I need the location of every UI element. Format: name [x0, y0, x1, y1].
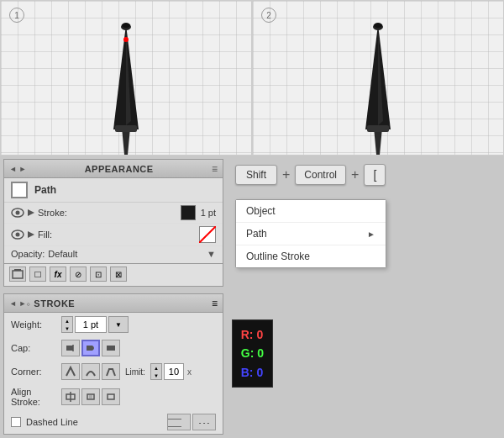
cap-square-btn[interactable]: [102, 340, 120, 356]
align-center-btn[interactable]: [61, 388, 80, 405]
svg-rect-9: [367, 125, 389, 132]
plus-2: +: [351, 167, 359, 182]
dash-preset-2[interactable]: - - -: [192, 414, 216, 430]
stroke-panel-title: STROKE: [34, 298, 75, 309]
stroke-corner-label: Corner:: [11, 367, 61, 377]
pen-1-container: [92, 20, 160, 155]
stroke-menu-icon[interactable]: ≡: [212, 298, 218, 309]
align-label: Align Stroke:: [11, 387, 61, 407]
rgb-r-row: R: 0: [241, 325, 264, 344]
stroke-label: Stroke:: [38, 208, 181, 218]
stroke-eye-icon[interactable]: [11, 208, 24, 218]
right-panel: Shift + Control + [ Object Path ► Outlin…: [227, 156, 504, 438]
appearance-delete-btn[interactable]: ⊡: [90, 266, 107, 282]
appearance-path-label: Path: [34, 184, 216, 196]
stroke-weight-row: Weight: ▲ ▼ ▼: [4, 313, 223, 336]
svg-rect-29: [89, 395, 92, 398]
limit-field[interactable]: [164, 363, 184, 380]
appearance-layer-btn[interactable]: [9, 266, 26, 282]
stroke-collapse-arrows[interactable]: ◄ ►: [9, 299, 26, 308]
cap-btn-group: [61, 340, 120, 356]
menu-item-outline[interactable]: Outline Stroke: [236, 245, 386, 267]
limit-spinner-down[interactable]: ▼: [151, 372, 161, 379]
limit-input: Limit: ▲ ▼ x: [125, 363, 192, 380]
appearance-move-btn[interactable]: ⊠: [110, 266, 127, 282]
appearance-fill-row: Fill:: [4, 224, 223, 246]
control-key[interactable]: Control: [295, 165, 346, 185]
corner-bevel-btn[interactable]: [102, 363, 120, 380]
svg-marker-14: [28, 209, 34, 216]
stroke-align-row: Align Stroke:: [4, 383, 223, 410]
opacity-value: Default: [48, 249, 77, 259]
bracket-key[interactable]: [: [364, 164, 386, 186]
align-outside-btn[interactable]: [102, 388, 120, 405]
dash-preset-1[interactable]: —— ——: [167, 414, 191, 430]
appearance-copy-btn[interactable]: ⊘: [70, 266, 87, 282]
spinner-down[interactable]: ▼: [62, 325, 72, 332]
stroke-triangle-icon[interactable]: [28, 209, 34, 216]
dashed-label: Dashed Line: [26, 417, 78, 427]
appearance-menu-icon[interactable]: ≡: [212, 163, 218, 175]
collapse-arrows-appearance: ◄ ►: [9, 165, 26, 173]
canvas-panel-2: 2: [252, 0, 504, 156]
limit-spinner[interactable]: ▲ ▼: [150, 363, 162, 380]
canvas-area: 思练设计论坛 WWW.MISSVUAN.COM 1 2: [0, 0, 504, 156]
shift-key[interactable]: Shift: [235, 165, 277, 185]
rgb-display: R: 0 G: 0 B: 0: [232, 319, 273, 388]
corner-miter-btn[interactable]: [61, 363, 80, 380]
appearance-collapse[interactable]: ◄ ►: [9, 165, 26, 173]
red-dot: [123, 37, 129, 42]
cap-round-btn[interactable]: [81, 340, 100, 356]
menu-path-arrow: ►: [367, 230, 375, 239]
rgb-b-value: 0: [256, 366, 263, 379]
align-btn-group: [61, 388, 120, 405]
svg-rect-25: [107, 346, 115, 351]
appearance-add-btn[interactable]: □: [29, 266, 46, 282]
corner-round-btn[interactable]: [81, 363, 100, 380]
pen-2-svg: [344, 20, 412, 155]
bottom-row: ◄ ► APPEARANCE ≡ Path: [0, 156, 504, 438]
limit-spinner-up[interactable]: ▲: [151, 364, 161, 372]
appearance-panel-header: ◄ ► APPEARANCE ≡: [4, 160, 223, 178]
fill-eye-icon[interactable]: [11, 230, 24, 240]
rgb-r-label: R:: [241, 328, 254, 341]
appearance-fx-btn[interactable]: fx: [50, 266, 66, 282]
rgb-b-label: B:: [241, 366, 254, 379]
dashed-checkbox[interactable]: [11, 417, 21, 427]
appearance-header-right: ≡: [212, 163, 218, 175]
menu-object-label: Object: [246, 205, 276, 217]
path-color-box: [11, 182, 28, 198]
appearance-stroke-row: Stroke: 1 pt: [4, 203, 223, 224]
limit-label: Limit:: [125, 367, 145, 377]
stroke-weight-field[interactable]: [75, 316, 107, 333]
stroke-value: 1 pt: [201, 208, 216, 218]
stroke-weight-input: ▲ ▼ ▼: [61, 316, 129, 333]
limit-x: x: [187, 367, 192, 377]
dashed-controls: —— —— - - -: [167, 414, 216, 430]
cap-butt-btn[interactable]: [61, 340, 80, 356]
stroke-weight-label: Weight:: [11, 319, 61, 330]
left-panels: ◄ ► APPEARANCE ≡ Path: [0, 156, 227, 438]
menu-item-object[interactable]: Object: [236, 200, 386, 223]
menu-item-path[interactable]: Path ►: [236, 223, 386, 245]
stroke-unit-dropdown[interactable]: ▼: [108, 316, 129, 333]
menu-outline-label: Outline Stroke: [246, 251, 310, 262]
stroke-cap-row: Cap:: [4, 336, 223, 360]
svg-rect-21: [14, 269, 21, 271]
svg-rect-20: [13, 271, 23, 278]
stroke-corner-row: Corner: Limit: ▲ ▼: [4, 360, 223, 383]
fill-label: Fill:: [38, 230, 199, 240]
svg-rect-30: [108, 394, 114, 399]
stroke-swatch: [181, 205, 196, 220]
align-inside-btn[interactable]: [81, 388, 100, 405]
panel-number-2: 2: [261, 8, 276, 23]
spinner-up[interactable]: ▲: [62, 317, 72, 325]
svg-point-16: [16, 233, 20, 237]
svg-rect-3: [115, 125, 137, 132]
fill-triangle-icon[interactable]: [28, 231, 34, 238]
stroke-cap-label: Cap:: [11, 343, 61, 353]
corner-btn-group: [61, 363, 120, 380]
stroke-weight-spinner[interactable]: ▲ ▼: [61, 316, 73, 333]
svg-rect-22: [66, 346, 73, 351]
plus-1: +: [282, 167, 290, 182]
